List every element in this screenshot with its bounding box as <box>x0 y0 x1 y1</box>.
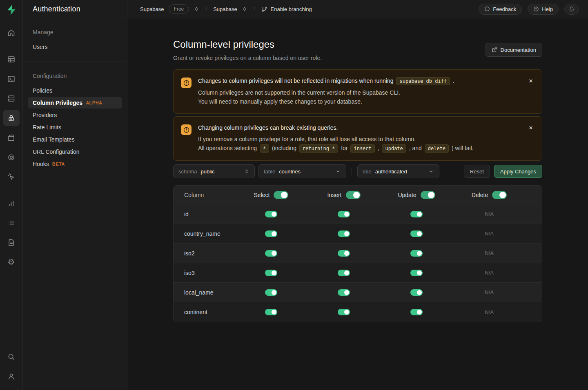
close-icon[interactable]: ✕ <box>526 122 536 133</box>
update-toggle[interactable] <box>410 309 423 315</box>
sql-editor-icon[interactable] <box>3 71 20 87</box>
manage-section-label: Manage <box>28 29 122 35</box>
delete-na-label: N/A <box>485 250 494 256</box>
reports-icon[interactable] <box>3 195 20 211</box>
table-header-row: Column Select Insert Update Delete <box>174 186 542 204</box>
help-button[interactable]: Help <box>528 4 559 15</box>
app-window: ⚙ Authentication Manage Users Configurat… <box>0 0 588 390</box>
plan-badge[interactable]: Free <box>169 4 189 13</box>
sidebar-item-url-configuration[interactable]: URL Configuration <box>28 146 122 157</box>
sidebar-item-column-privileges[interactable]: Column Privileges ALPHA <box>28 97 122 109</box>
insert-toggle[interactable] <box>338 211 350 217</box>
sidebar-item-hooks[interactable]: Hooks BETA <box>28 158 122 170</box>
code-chip: * <box>260 144 269 153</box>
insert-toggle[interactable] <box>338 309 350 315</box>
settings-icon[interactable]: ⚙ <box>3 254 20 270</box>
breadcrumb-project[interactable]: Supabase <box>213 6 237 12</box>
rail-divider <box>6 190 17 190</box>
select-toggle[interactable] <box>265 309 277 315</box>
filter-divider <box>352 168 352 175</box>
code-chip: delete <box>425 144 449 153</box>
authentication-icon[interactable] <box>3 110 20 126</box>
column-name: iso2 <box>174 250 235 257</box>
edge-functions-icon[interactable] <box>3 149 20 165</box>
code-chip: returning * <box>299 144 338 153</box>
insert-toggle[interactable] <box>338 230 350 237</box>
select-all-toggle[interactable] <box>274 191 288 199</box>
sidebar-item-email-templates[interactable]: Email Templates <box>28 134 122 145</box>
code-chip: insert <box>350 144 374 153</box>
reset-button[interactable]: Reset <box>464 165 490 178</box>
breadcrumb: Supabase Free / Supabase / Enable branch… <box>140 4 312 13</box>
sidebar-item-policies[interactable]: Policies <box>28 85 122 96</box>
schema-select[interactable]: schema public <box>173 164 255 178</box>
warning-icon <box>181 78 192 88</box>
column-name: local_name <box>174 289 235 296</box>
column-name: country_name <box>174 230 235 237</box>
sidebar-item-providers[interactable]: Providers <box>28 109 122 121</box>
enable-branching-button[interactable]: Enable branching <box>261 6 312 12</box>
notifications-button[interactable] <box>564 4 579 15</box>
close-icon[interactable]: ✕ <box>526 75 536 86</box>
column-header: Column <box>174 192 235 198</box>
sidebar-item-rate-limits[interactable]: Rate Limits <box>28 122 122 133</box>
top-bar: Supabase Free / Supabase / Enable branch… <box>127 0 588 18</box>
banner-line: You will need to manually apply these ch… <box>198 98 454 106</box>
warning-icon <box>181 124 192 135</box>
manage-section: Manage Users <box>23 18 127 62</box>
breadcrumb-separator: / <box>205 6 207 12</box>
sidebar-item-users[interactable]: Users <box>28 41 122 53</box>
rail-divider <box>6 46 17 46</box>
home-icon[interactable] <box>3 24 20 41</box>
alpha-badge: ALPHA <box>86 100 102 105</box>
help-circle-icon <box>533 6 539 12</box>
storage-icon[interactable] <box>3 129 20 146</box>
select-toggle[interactable] <box>265 250 277 257</box>
update-header: Update <box>398 192 416 198</box>
banner-title: Changes to column privileges will not be… <box>198 77 454 85</box>
org-switcher-chevron-icon[interactable] <box>194 6 199 12</box>
role-select[interactable]: role authenticated <box>357 164 439 178</box>
account-icon[interactable] <box>3 368 20 384</box>
documentation-button[interactable]: Documentation <box>486 43 542 57</box>
chevron-updown-icon <box>244 168 249 174</box>
feedback-button[interactable]: Feedback <box>479 4 522 15</box>
select-toggle[interactable] <box>265 230 277 237</box>
realtime-icon[interactable] <box>3 168 20 185</box>
table-select[interactable]: table countries <box>258 164 346 178</box>
banner-line: If you remove a column privilege for a r… <box>198 135 474 143</box>
chevron-down-icon <box>335 168 341 174</box>
table-row: country_name N/A <box>174 224 542 244</box>
update-toggle[interactable] <box>410 230 423 237</box>
logs-icon[interactable] <box>3 215 20 231</box>
select-toggle[interactable] <box>265 270 277 276</box>
insert-all-toggle[interactable] <box>346 191 361 199</box>
update-toggle[interactable] <box>410 211 423 217</box>
update-all-toggle[interactable] <box>421 191 435 199</box>
update-toggle[interactable] <box>410 270 423 276</box>
auth-sidebar: Authentication Manage Users Configuratio… <box>23 0 127 390</box>
apply-changes-button[interactable]: Apply Changes <box>494 165 542 178</box>
insert-toggle[interactable] <box>338 250 350 257</box>
select-header: Select <box>254 192 270 198</box>
database-icon[interactable] <box>3 90 20 106</box>
update-toggle[interactable] <box>410 289 423 296</box>
insert-toggle[interactable] <box>338 270 350 276</box>
project-switcher-chevron-icon[interactable] <box>242 6 247 12</box>
main-content: Column-level privileges Grant or revoke … <box>127 18 588 390</box>
breadcrumb-org[interactable]: Supabase <box>140 6 164 12</box>
table-row: iso3 N/A <box>174 263 542 283</box>
api-docs-icon[interactable] <box>3 234 20 250</box>
delete-na-label: N/A <box>485 211 494 217</box>
search-icon[interactable] <box>3 348 20 365</box>
table-editor-icon[interactable] <box>3 51 20 67</box>
delete-all-toggle[interactable] <box>492 191 507 199</box>
supabase-logo-icon[interactable] <box>6 4 17 16</box>
select-toggle[interactable] <box>265 211 277 217</box>
update-toggle[interactable] <box>410 250 423 257</box>
banner-title: Changing column privileges can break exi… <box>198 124 474 132</box>
external-link-icon <box>492 47 497 53</box>
chat-bubble-icon <box>484 6 490 12</box>
select-toggle[interactable] <box>265 289 277 296</box>
insert-toggle[interactable] <box>338 289 350 296</box>
